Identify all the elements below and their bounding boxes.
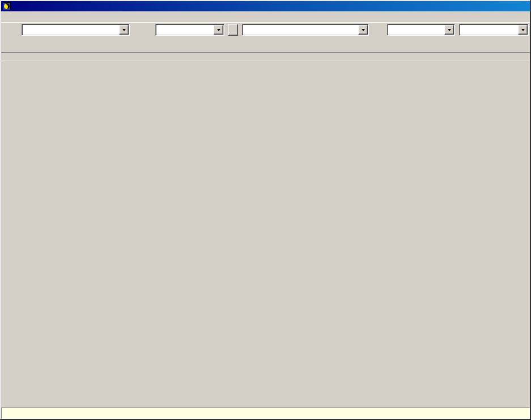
chevron-down-icon [448,29,451,31]
status-bar [1,408,530,419]
moon-icon [4,3,10,9]
object-combobox[interactable] [242,24,369,36]
date-to-combobox[interactable] [459,24,529,36]
chevron-down-icon [217,29,220,31]
object-dropdown-button[interactable] [358,25,368,35]
date-from-combobox[interactable] [387,24,455,36]
legend-row [1,52,530,61]
what-combobox[interactable] [155,24,224,36]
title-bar[interactable] [1,1,530,11]
what-dropdown-button[interactable] [214,25,223,35]
menu-bar [1,11,530,23]
app-window [0,0,531,420]
date-to-dropdown-button[interactable] [518,25,528,35]
m-button[interactable] [228,24,238,36]
where-combobox[interactable] [22,24,130,36]
toolbar [1,23,530,37]
chevron-down-icon [362,29,365,31]
where-dropdown-button[interactable] [119,25,129,35]
chart-area [1,61,530,408]
button-row [1,37,530,52]
legend-bar [51,53,227,61]
app-icon [3,2,11,10]
date-from-dropdown-button[interactable] [444,25,454,35]
chevron-down-icon [521,29,525,31]
chevron-down-icon [122,29,126,31]
